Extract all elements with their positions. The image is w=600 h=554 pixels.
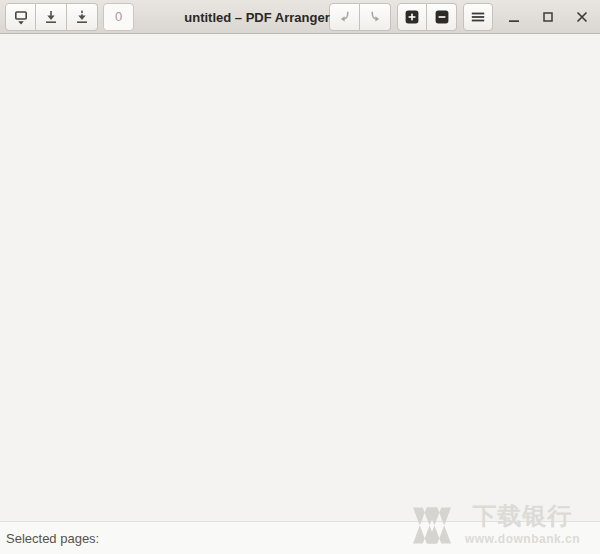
zoom-out-button[interactable] [427,3,457,31]
zoom-in-button[interactable] [397,3,427,31]
redo-arrow-icon [367,9,383,25]
pages-canvas[interactable] [0,34,600,521]
import-button[interactable] [67,3,98,31]
window-controls [501,3,595,31]
minimize-icon [506,9,522,25]
toolbar-left [5,3,134,31]
document-open-dropdown-icon [13,9,29,25]
window-title: untitled – PDF Arranger [184,9,329,24]
undo-arrow-icon [337,9,353,25]
maximize-icon [540,9,556,25]
main-menu-button[interactable] [463,3,493,31]
redo-button[interactable] [360,3,391,31]
selected-pages-label: Selected pages: [6,531,99,546]
page-number-entry [103,3,134,31]
zoom-in-square-icon [404,9,420,25]
statusbar: Selected pages: [0,521,600,554]
open-menu-button[interactable] [5,3,36,31]
import-download-dashed-icon [74,9,90,25]
pdf-arranger-window: untitled – PDF Arranger [0,0,600,554]
save-button[interactable] [36,3,67,31]
close-icon [574,9,590,25]
zoom-group [397,3,457,31]
save-download-icon [43,9,59,25]
undo-redo-group [329,3,391,31]
undo-button[interactable] [329,3,360,31]
headerbar[interactable]: untitled – PDF Arranger [0,0,600,34]
toolbar-right [329,3,595,31]
zoom-out-square-icon [434,9,450,25]
close-button[interactable] [569,3,595,31]
hamburger-menu-icon [470,9,486,25]
maximize-button[interactable] [535,3,561,31]
file-actions-group [5,3,98,31]
minimize-button[interactable] [501,3,527,31]
